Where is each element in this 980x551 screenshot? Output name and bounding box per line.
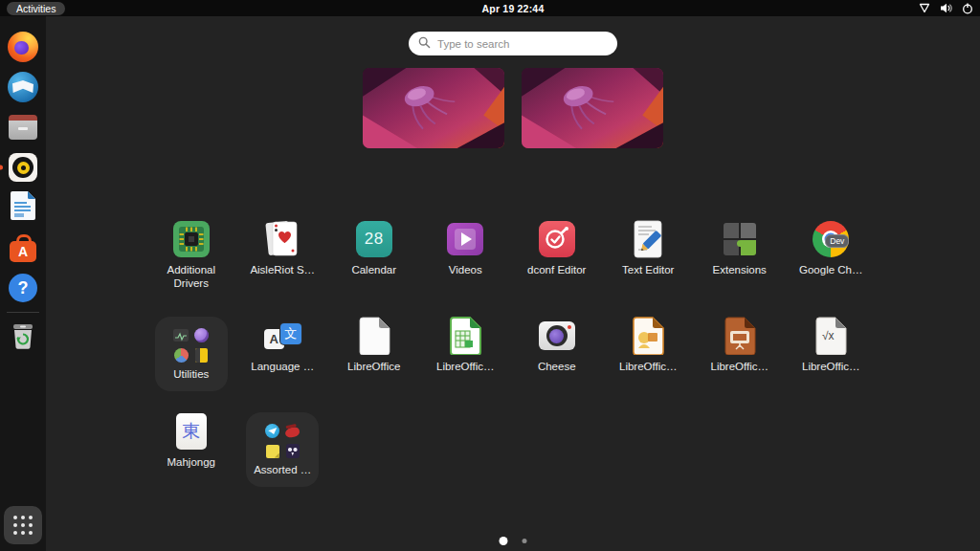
files-icon [9,115,37,140]
top-bar: Activities Apr 19 22:44 [0,0,980,16]
show-applications-button[interactable] [4,506,42,544]
app-label: Mahjongg [167,456,215,470]
telegram-icon [264,423,280,439]
page-dot-2[interactable] [523,539,527,543]
app-aisleriot[interactable]: AisleRiot S… [237,204,329,291]
cjk-glyph: 文 [280,323,301,344]
gnome-activities-overview: Activities Apr 19 22:44 [0,0,980,551]
dock-item-rhythmbox[interactable] [4,147,42,187]
ubuntu-software-icon: A [10,241,36,262]
folder-utilities[interactable]: Utilities [155,317,228,391]
app-label: Text Editor [622,264,674,277]
language-support-icon: A 文 [264,323,301,349]
app-mahjongg[interactable]: 東 Mahjongg [145,396,237,487]
search-icon [418,35,431,53]
dock-item-help[interactable]: ? [4,268,42,308]
app-extensions[interactable]: Extensions [694,204,786,291]
libreoffice-impress-icon [721,317,759,355]
chrome-dev-badge: Dev [825,234,849,248]
workspace-thumbnail-2[interactable] [522,68,663,148]
app-libreoffice-calc[interactable]: LibreOffic… [420,300,512,391]
app-label: AisleRiot S… [250,264,315,277]
dock-item-libreoffice-writer[interactable] [4,187,42,228]
sticky-note-icon [264,443,280,459]
network-icon [919,3,930,13]
dock-separator [7,312,39,313]
dock-item-files[interactable] [4,107,42,147]
dock-item-firefox[interactable] [4,27,42,67]
sqrt-glyph: √x [812,317,844,355]
red-app-icon [284,423,301,439]
app-libreoffice-math[interactable]: √x LibreOffic… [786,300,878,391]
additional-drivers-icon [172,220,211,258]
app-text-editor[interactable]: Text Editor [603,204,695,291]
rhythmbox-icon [9,153,37,182]
trash-icon [10,321,36,354]
workspace-switcher [363,68,663,148]
app-cheese[interactable]: Cheese [511,300,603,391]
clock-menu[interactable]: Apr 19 22:44 [482,3,545,14]
libreoffice-calc-icon [446,317,484,355]
app-label: Language … [251,361,314,374]
app-libreoffice-draw[interactable]: LibreOffic… [603,300,695,391]
help-icon: ? [9,274,37,302]
power-icon [962,3,973,14]
folder-label: Assorted … [254,464,311,477]
app-label: Cheese [538,361,576,374]
cheese-icon [539,321,575,350]
search-bar[interactable] [409,32,617,55]
app-libreoffice-impress[interactable]: LibreOffic… [694,300,786,391]
app-libreoffice[interactable]: LibreOffice [328,300,420,391]
app-videos[interactable]: Videos [420,204,512,291]
extensions-icon [723,222,757,256]
dock-item-trash[interactable] [4,318,42,358]
calendar-icon: 28 [356,221,392,257]
workspace-thumbnail-1[interactable] [363,68,504,148]
yellow-utility-icon [193,347,210,364]
dash-dock: A ? [0,16,46,551]
activities-button[interactable]: Activities [7,2,65,15]
folder-label: Utilities [173,368,209,382]
system-status-menu[interactable] [919,0,973,16]
app-label: dconf Editor [527,264,586,277]
app-label: Videos [449,264,482,277]
dark-mask-icon [284,443,301,459]
libreoffice-math-icon: √x [812,317,850,355]
app-label: LibreOffic… [710,361,768,374]
folder-assorted[interactable]: Assorted … [246,412,319,487]
libreoffice-writer-icon [10,190,36,225]
volume-icon [940,3,952,13]
page-indicator [500,537,527,545]
overview-area: Additional Drivers AisleRiot S… [46,16,980,551]
text-editor-icon [629,220,667,258]
libreoffice-draw-icon [629,317,667,355]
page-dot-1[interactable] [500,537,508,545]
purple-orb-icon [193,327,210,343]
app-grid-icon [13,516,33,535]
app-dconf-editor[interactable]: dconf Editor [511,204,603,291]
app-google-chrome-dev[interactable]: Dev Google Ch… [786,204,878,291]
dconf-editor-icon [539,221,575,257]
app-calendar[interactable]: 28 Calendar [328,204,420,291]
app-label: LibreOffic… [436,361,495,374]
disk-usage-pie-icon [173,347,189,364]
app-label: Calendar [351,264,396,277]
app-label: Google Ch… [799,264,862,277]
app-additional-drivers[interactable]: Additional Drivers [145,204,237,291]
app-grid-row-2: Utilities A 文 Language … [145,300,880,391]
search-input[interactable] [437,38,600,50]
app-label: Additional Drivers [148,264,234,291]
firefox-icon [8,32,38,62]
app-label: LibreOffic… [802,361,860,374]
app-label: LibreOffic… [619,361,678,374]
app-label: LibreOffice [347,361,400,374]
app-grid-row-3: 東 Mahjongg Assorted … [145,396,880,487]
running-indicator [0,165,3,170]
dock-item-thunderbird[interactable] [4,67,42,107]
app-grid-row-1: Additional Drivers AisleRiot S… [145,204,880,291]
app-language-support[interactable]: A 文 Language … [237,300,329,391]
mahjongg-icon: 東 [176,413,207,450]
app-label: Extensions [713,264,767,277]
dock-item-ubuntu-software[interactable]: A [4,228,42,268]
aisleriot-solitaire-icon [263,220,301,258]
